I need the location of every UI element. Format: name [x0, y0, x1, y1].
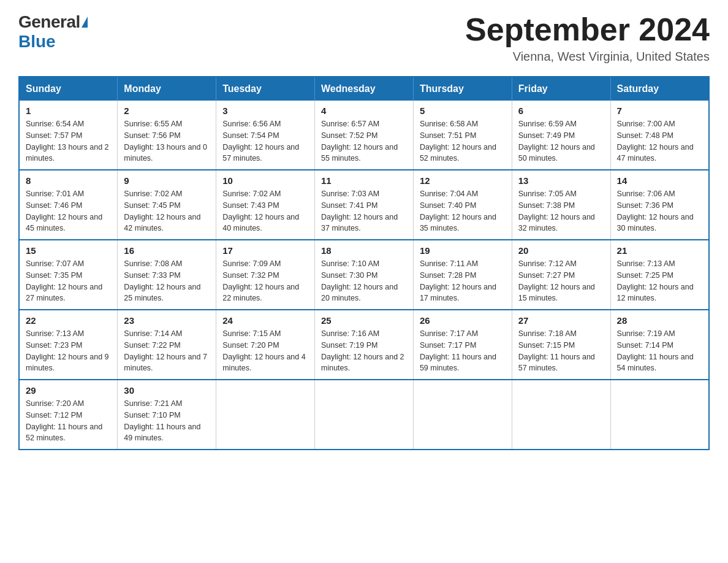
calendar-table: SundayMondayTuesdayWednesdayThursdayFrid…	[18, 76, 710, 450]
day-info: Sunrise: 6:57 AMSunset: 7:52 PMDaylight:…	[321, 118, 407, 164]
calendar-cell: 21 Sunrise: 7:13 AMSunset: 7:25 PMDaylig…	[610, 240, 709, 310]
calendar-cell: 4 Sunrise: 6:57 AMSunset: 7:52 PMDayligh…	[315, 101, 414, 170]
calendar-cell: 26 Sunrise: 7:17 AMSunset: 7:17 PMDaylig…	[413, 310, 512, 380]
day-number: 17	[222, 245, 308, 256]
day-number: 19	[420, 245, 506, 256]
day-number: 28	[617, 315, 702, 326]
day-number: 22	[26, 315, 111, 326]
day-number: 11	[321, 175, 407, 186]
calendar-cell: 1 Sunrise: 6:54 AMSunset: 7:57 PMDayligh…	[19, 101, 118, 170]
header-day-friday: Friday	[512, 77, 610, 101]
calendar-cell: 23 Sunrise: 7:14 AMSunset: 7:22 PMDaylig…	[118, 310, 216, 380]
calendar-cell: 18 Sunrise: 7:10 AMSunset: 7:30 PMDaylig…	[315, 240, 414, 310]
calendar-cell: 14 Sunrise: 7:06 AMSunset: 7:36 PMDaylig…	[610, 170, 709, 240]
calendar-cell: 27 Sunrise: 7:18 AMSunset: 7:15 PMDaylig…	[512, 310, 610, 380]
calendar-cell	[216, 380, 315, 450]
calendar-body: 1 Sunrise: 6:54 AMSunset: 7:57 PMDayligh…	[19, 101, 709, 450]
day-info: Sunrise: 7:06 AMSunset: 7:36 PMDaylight:…	[617, 188, 702, 234]
header-day-saturday: Saturday	[610, 77, 709, 101]
day-info: Sunrise: 7:21 AMSunset: 7:10 PMDaylight:…	[124, 398, 210, 444]
calendar-cell: 7 Sunrise: 7:00 AMSunset: 7:48 PMDayligh…	[610, 101, 709, 170]
calendar-cell: 13 Sunrise: 7:05 AMSunset: 7:38 PMDaylig…	[512, 170, 610, 240]
day-number: 26	[420, 315, 506, 326]
calendar-cell: 3 Sunrise: 6:56 AMSunset: 7:54 PMDayligh…	[216, 101, 315, 170]
header: General Blue September 2024 Vienna, West…	[18, 12, 710, 64]
day-info: Sunrise: 7:10 AMSunset: 7:30 PMDaylight:…	[321, 258, 407, 304]
day-number: 20	[518, 245, 604, 256]
calendar-cell: 10 Sunrise: 7:02 AMSunset: 7:43 PMDaylig…	[216, 170, 315, 240]
day-info: Sunrise: 7:15 AMSunset: 7:20 PMDaylight:…	[222, 328, 308, 374]
calendar-cell	[315, 380, 414, 450]
day-number: 6	[518, 105, 604, 116]
day-info: Sunrise: 7:00 AMSunset: 7:48 PMDaylight:…	[617, 118, 702, 164]
subtitle: Vienna, West Virginia, United States	[465, 50, 710, 64]
logo: General Blue	[18, 12, 88, 52]
day-number: 2	[124, 105, 210, 116]
day-number: 3	[222, 105, 308, 116]
day-number: 16	[124, 245, 210, 256]
day-info: Sunrise: 7:07 AMSunset: 7:35 PMDaylight:…	[26, 258, 111, 304]
day-number: 13	[518, 175, 604, 186]
calendar-cell: 2 Sunrise: 6:55 AMSunset: 7:56 PMDayligh…	[118, 101, 216, 170]
calendar-cell: 5 Sunrise: 6:58 AMSunset: 7:51 PMDayligh…	[413, 101, 512, 170]
calendar-cell: 6 Sunrise: 6:59 AMSunset: 7:49 PMDayligh…	[512, 101, 610, 170]
day-info: Sunrise: 7:12 AMSunset: 7:27 PMDaylight:…	[518, 258, 604, 304]
day-info: Sunrise: 7:18 AMSunset: 7:15 PMDaylight:…	[518, 328, 604, 374]
day-info: Sunrise: 7:08 AMSunset: 7:33 PMDaylight:…	[124, 258, 210, 304]
calendar-week-4: 22 Sunrise: 7:13 AMSunset: 7:23 PMDaylig…	[19, 310, 709, 380]
day-info: Sunrise: 7:09 AMSunset: 7:32 PMDaylight:…	[222, 258, 308, 304]
page-title: September 2024	[465, 12, 710, 47]
day-number: 4	[321, 105, 407, 116]
calendar-cell: 19 Sunrise: 7:11 AMSunset: 7:28 PMDaylig…	[413, 240, 512, 310]
day-number: 29	[26, 385, 111, 396]
logo-blue-text: Blue	[18, 32, 56, 52]
day-number: 15	[26, 245, 111, 256]
day-info: Sunrise: 7:01 AMSunset: 7:46 PMDaylight:…	[26, 188, 111, 234]
calendar-cell: 11 Sunrise: 7:03 AMSunset: 7:41 PMDaylig…	[315, 170, 414, 240]
day-info: Sunrise: 7:14 AMSunset: 7:22 PMDaylight:…	[124, 328, 210, 374]
calendar-cell: 25 Sunrise: 7:16 AMSunset: 7:19 PMDaylig…	[315, 310, 414, 380]
calendar-cell: 20 Sunrise: 7:12 AMSunset: 7:27 PMDaylig…	[512, 240, 610, 310]
calendar-cell	[610, 380, 709, 450]
day-number: 23	[124, 315, 210, 326]
day-number: 30	[124, 385, 210, 396]
calendar-cell: 28 Sunrise: 7:19 AMSunset: 7:14 PMDaylig…	[610, 310, 709, 380]
calendar-week-1: 1 Sunrise: 6:54 AMSunset: 7:57 PMDayligh…	[19, 101, 709, 170]
day-info: Sunrise: 7:20 AMSunset: 7:12 PMDaylight:…	[26, 398, 111, 444]
calendar-cell: 9 Sunrise: 7:02 AMSunset: 7:45 PMDayligh…	[118, 170, 216, 240]
day-number: 5	[420, 105, 506, 116]
header-day-monday: Monday	[118, 77, 216, 101]
calendar-cell: 17 Sunrise: 7:09 AMSunset: 7:32 PMDaylig…	[216, 240, 315, 310]
day-info: Sunrise: 7:16 AMSunset: 7:19 PMDaylight:…	[321, 328, 407, 374]
day-info: Sunrise: 7:13 AMSunset: 7:25 PMDaylight:…	[617, 258, 702, 304]
day-number: 18	[321, 245, 407, 256]
day-info: Sunrise: 7:05 AMSunset: 7:38 PMDaylight:…	[518, 188, 604, 234]
day-number: 25	[321, 315, 407, 326]
day-info: Sunrise: 7:13 AMSunset: 7:23 PMDaylight:…	[26, 328, 111, 374]
day-number: 27	[518, 315, 604, 326]
calendar-cell: 8 Sunrise: 7:01 AMSunset: 7:46 PMDayligh…	[19, 170, 118, 240]
day-info: Sunrise: 6:56 AMSunset: 7:54 PMDaylight:…	[222, 118, 308, 164]
calendar-cell: 15 Sunrise: 7:07 AMSunset: 7:35 PMDaylig…	[19, 240, 118, 310]
calendar-cell	[413, 380, 512, 450]
day-number: 24	[222, 315, 308, 326]
calendar-header-row: SundayMondayTuesdayWednesdayThursdayFrid…	[19, 77, 709, 101]
logo-general-text: General	[18, 12, 80, 32]
day-info: Sunrise: 7:02 AMSunset: 7:45 PMDaylight:…	[124, 188, 210, 234]
day-info: Sunrise: 7:04 AMSunset: 7:40 PMDaylight:…	[420, 188, 506, 234]
calendar-cell: 16 Sunrise: 7:08 AMSunset: 7:33 PMDaylig…	[118, 240, 216, 310]
day-info: Sunrise: 6:55 AMSunset: 7:56 PMDaylight:…	[124, 118, 210, 164]
calendar-week-2: 8 Sunrise: 7:01 AMSunset: 7:46 PMDayligh…	[19, 170, 709, 240]
day-info: Sunrise: 7:02 AMSunset: 7:43 PMDaylight:…	[222, 188, 308, 234]
calendar-cell: 30 Sunrise: 7:21 AMSunset: 7:10 PMDaylig…	[118, 380, 216, 450]
calendar-week-3: 15 Sunrise: 7:07 AMSunset: 7:35 PMDaylig…	[19, 240, 709, 310]
day-info: Sunrise: 7:17 AMSunset: 7:17 PMDaylight:…	[420, 328, 506, 374]
day-number: 8	[26, 175, 111, 186]
calendar-cell: 22 Sunrise: 7:13 AMSunset: 7:23 PMDaylig…	[19, 310, 118, 380]
calendar-week-5: 29 Sunrise: 7:20 AMSunset: 7:12 PMDaylig…	[19, 380, 709, 450]
calendar-cell: 24 Sunrise: 7:15 AMSunset: 7:20 PMDaylig…	[216, 310, 315, 380]
header-day-wednesday: Wednesday	[315, 77, 414, 101]
day-number: 21	[617, 245, 702, 256]
day-info: Sunrise: 6:58 AMSunset: 7:51 PMDaylight:…	[420, 118, 506, 164]
calendar-cell	[512, 380, 610, 450]
